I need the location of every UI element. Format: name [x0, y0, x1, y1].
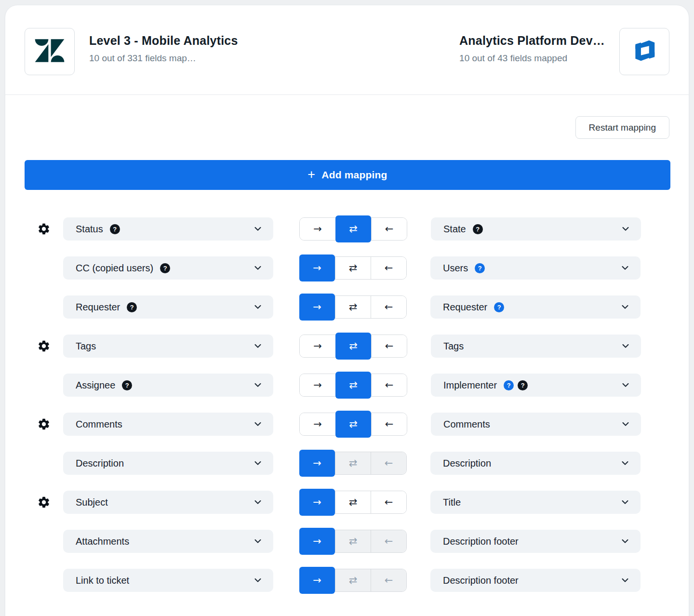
direction-both-button: ⇄ — [335, 569, 371, 591]
source-app-title: Level 3 - Mobile Analytics — [89, 34, 238, 48]
direction-both-button[interactable]: ⇄ — [335, 215, 371, 242]
help-badge[interactable]: ? — [110, 224, 120, 234]
chevron-down-icon — [620, 302, 630, 312]
source-field-label: Status — [76, 224, 103, 235]
direction-left-button: ← — [371, 452, 406, 474]
direction-right-button[interactable]: → — [300, 218, 335, 240]
direction-both-button[interactable]: ⇄ — [335, 257, 371, 279]
direction-right-button[interactable]: → — [300, 335, 335, 357]
help-badge[interactable]: ? — [473, 224, 483, 234]
direction-right-button[interactable]: → — [299, 450, 335, 477]
source-field-select[interactable]: Comments — [63, 413, 273, 436]
target-field-select[interactable]: Users ? — [430, 256, 641, 280]
direction-left-button[interactable]: ← — [371, 374, 407, 396]
gear-icon[interactable] — [37, 495, 51, 509]
direction-both-button[interactable]: ⇄ — [335, 333, 371, 360]
target-field-select[interactable]: Title — [430, 491, 641, 514]
target-field-select[interactable]: Description — [430, 452, 641, 475]
gear-slot — [25, 378, 63, 392]
direction-left-button[interactable]: ← — [371, 296, 406, 318]
direction-left-button[interactable]: ← — [371, 218, 407, 240]
help-badge[interactable]: ? — [504, 380, 514, 390]
source-field-select[interactable]: Link to ticket — [63, 569, 273, 592]
target-field-select[interactable]: Tags — [431, 335, 641, 358]
direction-both-button[interactable]: ⇄ — [335, 296, 371, 318]
gear-slot — [25, 535, 63, 548]
direction-toggle: → ⇄ ← — [299, 374, 407, 397]
source-field-select[interactable]: Assignee ? — [63, 374, 273, 397]
direction-both-button[interactable]: ⇄ — [335, 372, 371, 399]
chevron-down-icon — [620, 536, 630, 546]
target-app-title: Analytics Platform Dev… — [459, 34, 605, 48]
chevron-down-icon — [253, 576, 263, 585]
chevron-down-icon — [621, 419, 630, 429]
chevron-down-icon — [253, 419, 263, 429]
help-badge[interactable]: ? — [122, 380, 132, 390]
source-app-logo-box — [25, 28, 75, 75]
source-field-label: Tags — [76, 341, 96, 352]
direction-both-button: ⇄ — [335, 452, 371, 474]
source-field-label: Requester — [76, 302, 120, 313]
direction-right-button[interactable]: → — [300, 374, 335, 396]
gear-icon[interactable] — [37, 417, 51, 431]
direction-left-button: ← — [371, 530, 406, 552]
restart-mapping-button[interactable]: Restart mapping — [575, 116, 669, 139]
direction-left-button[interactable]: ← — [371, 413, 407, 435]
direction-right-button[interactable]: → — [299, 489, 335, 516]
source-field-label: CC (copied users) — [76, 263, 153, 274]
target-field-select[interactable]: State ? — [431, 217, 641, 241]
direction-right-button[interactable]: → — [299, 294, 335, 321]
target-field-select[interactable]: Description footer — [430, 569, 641, 592]
direction-right-button[interactable]: → — [299, 254, 335, 281]
mapping-row: Link to ticket → ⇄ ← Description footer — [25, 569, 669, 592]
direction-right-button[interactable]: → — [299, 567, 335, 594]
source-field-label: Comments — [76, 419, 122, 430]
direction-toggle: → ⇄ ← — [299, 530, 407, 553]
target-field-select[interactable]: Requester ? — [430, 295, 641, 319]
direction-both-button: ⇄ — [335, 530, 371, 552]
gear-icon[interactable] — [37, 339, 51, 353]
direction-left-button[interactable]: ← — [371, 257, 406, 279]
help-badge[interactable]: ? — [494, 302, 504, 312]
target-field-select[interactable]: Implementer ?? — [431, 374, 641, 397]
add-mapping-button[interactable]: + Add mapping — [25, 160, 670, 190]
source-badges: ? — [160, 263, 170, 273]
direction-right-button[interactable]: → — [300, 413, 335, 435]
source-field-select[interactable]: Subject — [63, 491, 273, 514]
direction-left-button[interactable]: ← — [371, 491, 406, 513]
source-field-select[interactable]: Tags — [63, 335, 273, 358]
chevron-down-icon — [253, 536, 263, 546]
target-field-label: Description — [443, 458, 491, 469]
help-badge[interactable]: ? — [518, 380, 528, 390]
source-field-select[interactable]: Description — [63, 452, 273, 475]
direction-toggle: → ⇄ ← — [299, 569, 407, 592]
direction-toggle: → ⇄ ← — [299, 491, 407, 514]
mapping-row: CC (copied users) ? → ⇄ ← Users ? — [25, 256, 669, 280]
direction-right-button[interactable]: → — [299, 528, 335, 555]
mapping-row: Comments → ⇄ ← Comments — [25, 413, 669, 436]
source-field-label: Assignee — [76, 380, 115, 391]
chevron-down-icon — [253, 497, 263, 507]
mapping-list: Status ? → ⇄ ← State ? CC (copied users) — [5, 217, 689, 592]
zendesk-logo — [34, 36, 66, 67]
target-field-select[interactable]: Description footer — [430, 530, 641, 553]
direction-left-button[interactable]: ← — [371, 335, 407, 357]
mapping-row: Description → ⇄ ← Description — [25, 452, 669, 475]
target-field-label: Implementer — [443, 380, 497, 391]
source-field-select[interactable]: CC (copied users) ? — [63, 256, 273, 280]
gear-slot — [25, 261, 63, 275]
mapping-row: Subject → ⇄ ← Title — [25, 491, 669, 514]
source-field-select[interactable]: Requester ? — [63, 295, 273, 319]
target-field-select[interactable]: Comments — [431, 413, 641, 436]
direction-both-button[interactable]: ⇄ — [335, 411, 371, 438]
direction-both-button[interactable]: ⇄ — [335, 491, 371, 513]
gear-icon[interactable] — [37, 222, 51, 236]
mapping-row: Attachments → ⇄ ← Description footer — [25, 530, 669, 553]
source-app-info: Level 3 - Mobile Analytics 10 out of 331… — [89, 28, 238, 64]
help-badge[interactable]: ? — [127, 302, 137, 312]
source-field-select[interactable]: Status ? — [63, 217, 273, 241]
source-field-label: Description — [76, 458, 124, 469]
source-field-select[interactable]: Attachments — [63, 530, 273, 553]
help-badge[interactable]: ? — [475, 263, 485, 273]
help-badge[interactable]: ? — [160, 263, 170, 273]
